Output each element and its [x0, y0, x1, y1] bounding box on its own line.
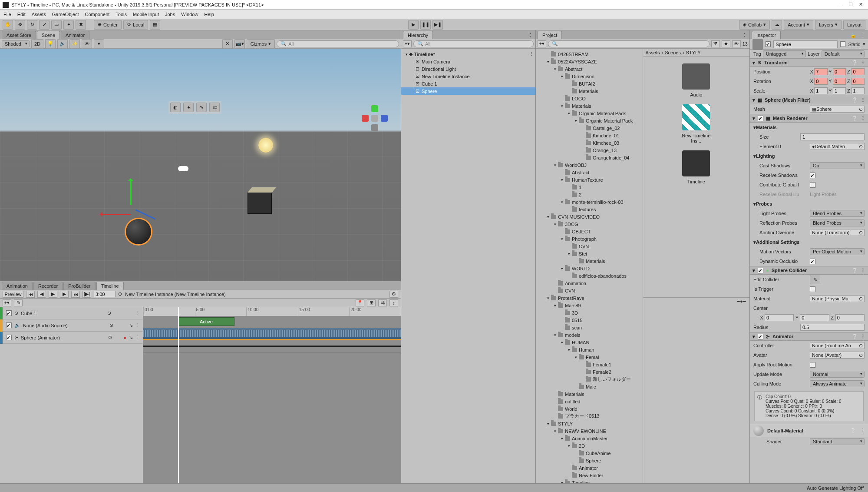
sphere-object[interactable] [126, 219, 151, 244]
tab-timeline[interactable]: Timeline [96, 282, 124, 290]
radius-field[interactable] [800, 324, 865, 331]
project-tree-item[interactable]: Materials [536, 257, 643, 265]
menu-component[interactable]: Component [85, 12, 109, 17]
tl-prev-icon[interactable]: ◀ [37, 291, 46, 298]
track-cube[interactable]: ✔ ⊙ Cube 1 ⊙⋮ [0, 307, 143, 319]
account-button[interactable]: Account▾ [784, 20, 813, 30]
project-tree-item[interactable]: Materials [536, 390, 643, 398]
gizmos-button[interactable]: Gizmos▾ [247, 39, 275, 49]
project-tree-item[interactable]: Male [536, 383, 643, 390]
tl-last-icon[interactable]: ⏭ [71, 291, 80, 298]
menu-gameobject[interactable]: GameObject [52, 12, 79, 17]
project-tree-item[interactable]: 2 [536, 191, 643, 198]
rot-z-field[interactable] [851, 78, 865, 85]
track-enable-checkbox[interactable]: ✔ [6, 322, 12, 328]
track-audio[interactable]: ✔ 🔊 None (Audio Source) ⊙↘⋮ [0, 319, 143, 332]
play-button[interactable]: ▶ [408, 20, 419, 30]
project-tree-item[interactable]: ▾0522AVYSSGAZE [536, 58, 643, 65]
layer-select[interactable]: Default [822, 50, 865, 57]
lock-icon[interactable]: 🔒 [848, 32, 858, 39]
replace-icon[interactable]: ↕ [389, 299, 398, 306]
project-tree-item[interactable]: scan [536, 324, 643, 331]
preview-button[interactable]: Preview [3, 291, 23, 298]
breadcrumb-item[interactable]: Assets [646, 50, 660, 55]
hierarchy-item[interactable]: ⊡New Timeline Instance [401, 73, 535, 80]
project-tree-item[interactable]: ▾WORLD [536, 265, 643, 272]
project-tree-item[interactable]: CVN [536, 243, 643, 250]
maximize-icon[interactable]: ☐ [848, 2, 853, 7]
cube-object[interactable] [248, 192, 272, 214]
fav-icon[interactable]: ★ [722, 40, 730, 47]
tl-play-icon[interactable]: ▶ [49, 291, 57, 298]
project-tree-item[interactable]: Sphere [536, 457, 643, 464]
project-tree-item[interactable]: プラカード0513 [536, 412, 643, 420]
project-tree-item[interactable]: ▾HUMAN [536, 339, 643, 346]
project-tree-item[interactable]: ▾Femal [536, 353, 643, 361]
rect-tool-icon[interactable]: ▭ [51, 20, 62, 30]
project-search[interactable]: 🔍 [548, 40, 710, 47]
hand-tool-icon[interactable]: ✋ [3, 20, 13, 30]
pause-button[interactable]: ❚❚ [420, 20, 431, 30]
thumb-size-slider[interactable]: ━●━ [737, 299, 746, 304]
shader-select[interactable]: Standard [810, 438, 865, 445]
contribute-gi-checkbox[interactable] [810, 182, 815, 188]
filter-icon[interactable]: ⧩ [711, 40, 720, 47]
mix-icon[interactable]: ⊞ [367, 299, 376, 306]
step-button[interactable]: ▶❚ [432, 20, 443, 30]
asset-thumb[interactable]: Audio [677, 63, 716, 97]
scene-close-icon[interactable]: ✕ [222, 39, 233, 49]
project-tree-item[interactable]: Female1 [536, 361, 643, 368]
timeline-ruler[interactable]: 0:005:00 10:0015:00 20:00 [143, 307, 401, 316]
tl-first-icon[interactable]: ⏮ [26, 291, 35, 298]
motion-vectors-select[interactable]: Per Object Motion [810, 248, 865, 255]
tool1-icon[interactable]: ✦ [183, 103, 194, 112]
2d-toggle[interactable]: 2D [31, 39, 43, 49]
anchor-field[interactable]: None (Transform) [810, 229, 865, 236]
hierarchy-menu-icon[interactable]: ⋮ [525, 32, 535, 39]
cast-shadows-select[interactable]: On [810, 162, 865, 169]
hierarchy-item[interactable]: ⊡Cube 1 [401, 80, 535, 87]
breadcrumb-item[interactable]: Scenes [665, 50, 681, 55]
project-tree-item[interactable]: LOGO [536, 95, 643, 102]
orientation-gizmo[interactable] [362, 105, 388, 131]
project-tree-item[interactable]: 新しいフォルダー [536, 376, 643, 383]
scene-vis-icon[interactable]: 👁 [82, 39, 92, 49]
move-tool-icon[interactable]: ✥ [15, 20, 25, 30]
project-tree-item[interactable]: Kimchee_01 [536, 132, 643, 139]
timeline-lanes[interactable]: 0:005:00 10:0015:00 20:00 Active [143, 307, 401, 483]
marker-icon[interactable]: 📍 [356, 299, 364, 306]
tab-inspector[interactable]: Inspector [752, 31, 781, 39]
project-tree-item[interactable]: ▾ProtestRave [536, 294, 643, 302]
project-tree-item[interactable]: ▾NEWVIEWONLINE [536, 427, 643, 435]
tool2-icon[interactable]: ✎ [196, 103, 207, 112]
hierarchy-item[interactable]: ⊡Directional Light [401, 65, 535, 73]
project-tree-item[interactable]: Materials [536, 87, 643, 95]
project-tree-item[interactable]: Animation [536, 279, 643, 287]
scene-root[interactable]: ▾◆ Timeline*⋮ [401, 50, 535, 58]
light-probes-select[interactable]: Blend Probes [810, 210, 865, 217]
physic-material-field[interactable]: None (Physic Ma [810, 295, 865, 302]
project-tree-item[interactable]: ▾3DCG [536, 220, 643, 228]
active-checkbox[interactable]: ✔ [766, 41, 771, 47]
project-tree-item[interactable]: ▾STYLY [536, 420, 643, 427]
hierarchy-item[interactable]: ⊡Main Camera [401, 58, 535, 65]
track-enable-checkbox[interactable]: ✔ [6, 335, 12, 340]
fx-icon[interactable]: ✨ [69, 39, 80, 49]
tab-asset-store[interactable]: Asset Store [2, 31, 36, 39]
static-checkbox[interactable] [840, 41, 845, 47]
track-animator[interactable]: ✔ ⊱ Sphere (Animator) ⊙●↘⋮ [0, 332, 143, 344]
edit-mode-icon[interactable]: ✎ [14, 299, 23, 306]
project-tree-item[interactable]: 0426STREAM [536, 50, 643, 58]
audio-icon[interactable]: 🔊 [57, 39, 68, 49]
dynocc-checkbox[interactable]: ✔ [810, 259, 815, 264]
snap-button[interactable]: ▦ [150, 20, 160, 30]
hidden-icon[interactable]: 👁 [732, 40, 741, 47]
transform-tool-icon[interactable]: ✦ [63, 20, 74, 30]
timeline-frame-field[interactable] [94, 291, 116, 297]
project-tree-item[interactable]: ▾HumanTexture [536, 176, 643, 183]
project-tree-item[interactable]: ▾Mars89 [536, 302, 643, 309]
menu-window[interactable]: Window [181, 12, 198, 17]
scene-search[interactable]: 🔍All [277, 40, 399, 47]
track-enable-checkbox[interactable]: ✔ [6, 310, 12, 316]
tab-animation[interactable]: Animation [2, 282, 33, 290]
